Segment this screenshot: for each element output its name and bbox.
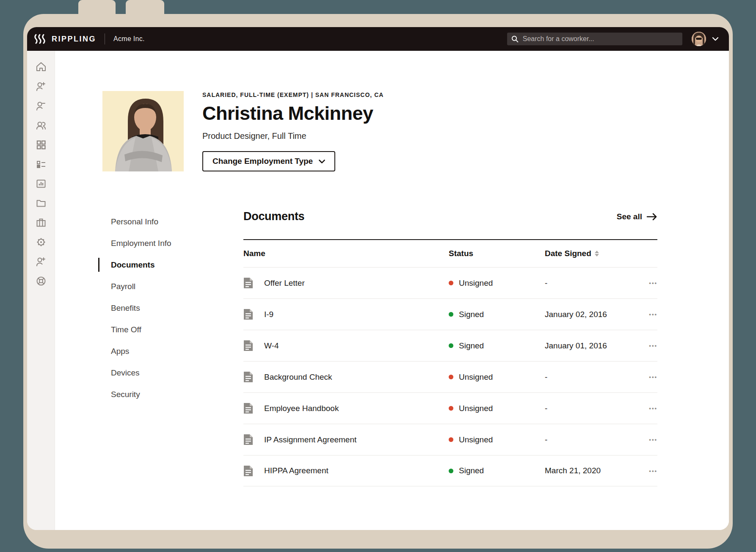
search-input[interactable] [523, 35, 678, 43]
profile-nav-item[interactable]: Security [107, 384, 171, 405]
search-icon [511, 35, 519, 43]
tasks-icon[interactable] [35, 158, 47, 170]
briefcase-icon[interactable] [35, 217, 47, 229]
row-menu-icon[interactable]: ••• [640, 436, 657, 443]
row-menu-icon[interactable]: ••• [640, 468, 657, 474]
status-label: Unsigned [459, 279, 493, 288]
top-navigation-bar: RIPPLING Acme Inc. [27, 27, 729, 51]
document-icon [243, 403, 253, 414]
decorative-tab [78, 0, 116, 17]
document-row[interactable]: I-9 Signed January 02, 2016 ••• [243, 298, 657, 330]
document-icon [243, 340, 253, 351]
profile-nav-item[interactable]: Benefits [107, 297, 171, 319]
divider [105, 33, 105, 44]
document-row[interactable]: Offer Letter Unsigned - ••• [243, 267, 657, 298]
page-canvas: RIPPLING Acme Inc. [0, 0, 756, 552]
home-icon[interactable] [35, 61, 47, 73]
coworker-search[interactable] [507, 33, 682, 45]
folder-icon[interactable] [35, 197, 47, 209]
change-employment-type-button[interactable]: Change Employment Type [202, 151, 335, 171]
date-signed: March 21, 2020 [545, 466, 640, 475]
document-name: Background Check [264, 373, 332, 382]
brand-name: RIPPLING [52, 35, 96, 44]
icon-sidebar [27, 51, 55, 530]
document-icon [243, 309, 253, 320]
status-dot-icon [449, 406, 453, 411]
account-menu-chevron-icon[interactable] [712, 37, 719, 41]
remove-person-icon[interactable] [35, 100, 47, 112]
status-label: Unsigned [459, 373, 493, 382]
status-label: Signed [459, 466, 484, 475]
profile-nav-item[interactable]: Payroll [107, 276, 171, 297]
status-label: Unsigned [459, 404, 493, 413]
document-row[interactable]: W-4 Signed January 01, 2016 ••• [243, 330, 657, 361]
rippling-logo-icon [34, 33, 47, 44]
employee-name: Christina Mckinney [202, 102, 384, 124]
user-avatar[interactable] [692, 32, 706, 46]
help-lifebuoy-icon[interactable] [35, 275, 47, 287]
document-row[interactable]: IP Assignment Agreement Unsigned - ••• [243, 424, 657, 455]
document-name: W-4 [264, 341, 279, 351]
document-icon [243, 465, 253, 477]
column-date-signed[interactable]: Date Signed [545, 249, 640, 258]
document-icon [243, 434, 253, 445]
company-name: Acme Inc. [113, 35, 145, 43]
status-label: Unsigned [459, 435, 493, 444]
profile-nav-item[interactable]: Devices [107, 362, 171, 384]
row-menu-icon[interactable]: ••• [640, 405, 657, 411]
documents-panel: Documents See all Name Status Date Signe… [243, 210, 657, 486]
document-name: Employee Handbook [264, 404, 339, 413]
recruit-person-icon[interactable] [35, 256, 47, 268]
document-name: Offer Letter [264, 279, 305, 288]
document-row[interactable]: Background Check Unsigned - ••• [243, 361, 657, 392]
status-label: Signed [459, 310, 484, 319]
profile-nav-item[interactable]: Apps [107, 340, 171, 362]
employment-summary: SALARIED, FULL-TIME (EXEMPT) | SAN FRANC… [202, 91, 384, 98]
document-name: I-9 [264, 310, 273, 319]
profile-nav-item[interactable]: Time Off [107, 319, 171, 340]
decorative-tab [126, 0, 164, 17]
profile-nav-item[interactable]: Employment Info [107, 232, 171, 254]
rippling-brand[interactable]: RIPPLING [34, 33, 96, 44]
document-name: IP Assignment Agreement [264, 435, 356, 444]
status-dot-icon [449, 281, 453, 285]
status-dot-icon [449, 375, 453, 379]
document-name: HIPPA Agreement [264, 466, 328, 475]
sort-icon[interactable] [595, 251, 599, 257]
profile-section-nav: Personal InfoEmployment InfoDocumentsPay… [107, 211, 171, 405]
document-row[interactable]: Employee Handbook Unsigned - ••• [243, 392, 657, 424]
column-status: Status [449, 249, 545, 258]
date-signed: January 02, 2016 [545, 310, 640, 319]
date-signed: - [545, 404, 640, 413]
see-all-link[interactable]: See all [617, 212, 657, 221]
date-signed: - [545, 373, 640, 382]
document-icon [243, 371, 253, 383]
row-menu-icon[interactable]: ••• [640, 342, 657, 349]
table-header-row: Name Status Date Signed [243, 240, 657, 267]
status-label: Signed [459, 341, 484, 351]
settings-gear-icon[interactable] [35, 236, 47, 248]
add-person-icon[interactable] [35, 80, 47, 92]
document-row[interactable]: HIPPA Agreement Signed March 21, 2020 ••… [243, 455, 657, 486]
status-dot-icon [449, 469, 453, 473]
app-window: RIPPLING Acme Inc. [27, 27, 729, 530]
profile-nav-item[interactable]: Personal Info [107, 211, 171, 232]
chevron-down-icon [319, 160, 325, 163]
date-signed: January 01, 2016 [545, 341, 640, 351]
main-content: SALARIED, FULL-TIME (EXEMPT) | SAN FRANC… [55, 51, 729, 530]
row-menu-icon[interactable]: ••• [640, 280, 657, 286]
row-menu-icon[interactable]: ••• [640, 374, 657, 380]
status-dot-icon [449, 343, 453, 348]
employee-photo [102, 91, 184, 171]
date-signed: - [545, 435, 640, 444]
date-signed: - [545, 279, 640, 288]
profile-nav-item[interactable]: Documents [107, 254, 171, 276]
row-menu-icon[interactable]: ••• [640, 311, 657, 317]
apps-grid-icon[interactable] [35, 139, 47, 151]
column-name: Name [243, 249, 449, 258]
status-dot-icon [449, 312, 453, 317]
reports-chart-icon[interactable] [35, 178, 47, 190]
people-icon[interactable] [35, 119, 47, 131]
document-icon [243, 277, 253, 289]
employee-role: Product Designer, Full Time [202, 131, 384, 141]
